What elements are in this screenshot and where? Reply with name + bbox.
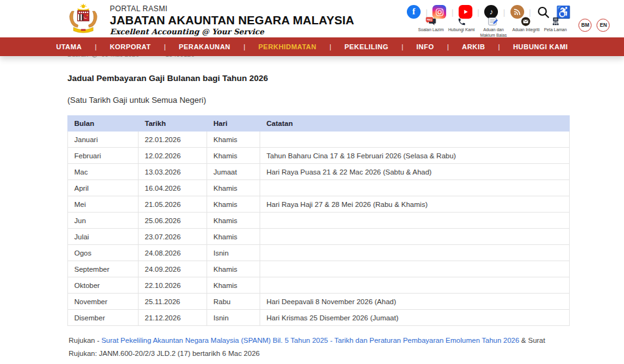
quick-links-row: FAQSoalan LazimHubungi KamiAduan dan Mak… xyxy=(418,17,610,39)
table-row: April16.04.2026Khamis xyxy=(68,180,570,196)
table-cell: 21.12.2026 xyxy=(139,310,207,326)
quick-link-peta-laman[interactable]: Peta Laman xyxy=(544,17,567,33)
table-cell: November xyxy=(68,294,139,310)
sitemap-icon xyxy=(551,17,560,26)
table-cell: 25.06.2026 xyxy=(139,213,207,229)
table-cell: Hari Deepavali 8 November 2026 (Ahad) xyxy=(260,294,570,310)
separator: | xyxy=(477,7,479,17)
table-cell: 13.03.2026 xyxy=(139,164,207,180)
main-content: Jadual Pembayaran Gaji Bulanan bagi Tahu… xyxy=(0,74,624,361)
table-cell: Isnin xyxy=(207,310,260,326)
nav-item-info[interactable]: INFO xyxy=(403,43,447,50)
table-header-hari: Hari xyxy=(207,116,260,132)
nav-item-arkib[interactable]: ARKIB xyxy=(449,43,498,50)
table-cell: Khamis xyxy=(207,148,260,164)
table-cell: Hari Raya Haji 27 & 28 Mei 2026 (Rabu & … xyxy=(260,196,570,213)
spanm-circular-link[interactable]: Surat Pekeliling Akauntan Negara Malaysi… xyxy=(101,337,519,344)
nav-item-perakaunan[interactable]: PERAKAUNAN xyxy=(165,43,243,50)
table-cell: Khamis xyxy=(207,132,260,148)
table-cell: Hari Krismas 25 Disember 2026 (Jumaat) xyxy=(260,310,570,326)
svg-text:FAQ: FAQ xyxy=(427,18,432,21)
site-tagline: Excellent Accounting @ Your Service xyxy=(110,27,354,36)
table-row: Februari12.02.2026KhamisTahun Baharu Cin… xyxy=(68,148,570,164)
table-cell xyxy=(260,132,570,148)
quick-link-label: Hubungi Kami xyxy=(448,27,475,33)
table-cell xyxy=(260,277,570,294)
portal-label: PORTAL RASMI xyxy=(110,4,354,13)
main-nav: UTAMA|KORPORAT|PERAKAUNAN|PERKHIDMATAN|P… xyxy=(0,37,624,56)
reference-note: Rujukan - Surat Pekeliling Akauntan Nega… xyxy=(67,334,570,361)
feedback-form-icon xyxy=(488,17,499,26)
table-cell: 23.07.2026 xyxy=(139,229,207,245)
table-row: Disember21.12.2026IsninHari Krismas 25 D… xyxy=(68,310,570,326)
separator: | xyxy=(529,7,531,17)
lang-en-button[interactable]: EN xyxy=(597,19,610,32)
table-cell: Khamis xyxy=(207,277,260,294)
table-cell: Hari Raya Puasa 21 & 22 Mac 2026 (Sabtu … xyxy=(260,164,570,180)
table-row: November25.11.2026RabuHari Deepavali 8 N… xyxy=(68,294,570,310)
table-cell: Ogos xyxy=(68,245,139,261)
table-header-tarikh: Tarikh xyxy=(139,116,207,132)
table-cell: Mei xyxy=(68,196,139,213)
quick-link-soalan-lazim[interactable]: FAQSoalan Lazim xyxy=(418,17,444,33)
integrity-mail-icon xyxy=(521,17,530,26)
table-cell xyxy=(260,213,570,229)
table-cell xyxy=(260,229,570,245)
nav-item-pekeliling[interactable]: PEKELILING xyxy=(331,43,402,50)
table-cell: Februari xyxy=(68,148,139,164)
table-cell: 21.05.2026 xyxy=(139,196,207,213)
table-row: Ogos24.08.2026Isnin xyxy=(68,245,570,261)
table-row: Jun25.06.2026Khamis xyxy=(68,213,570,229)
table-cell: 22.10.2026 xyxy=(139,277,207,294)
table-cell: Oktober xyxy=(68,277,139,294)
table-cell: 22.01.2026 xyxy=(139,132,207,148)
table-cell: Rabu xyxy=(207,294,260,310)
quick-link-hubungi-kami[interactable]: Hubungi Kami xyxy=(448,17,475,33)
table-cell: Khamis xyxy=(207,180,260,196)
jata-negara-logo xyxy=(66,4,101,34)
nav-item-hubungi-kami[interactable]: HUBUNGI KAMI xyxy=(500,43,581,50)
lang-bm-button[interactable]: BM xyxy=(578,19,592,32)
table-row: Mei21.05.2026KhamisHari Raya Haji 27 & 2… xyxy=(68,196,570,213)
quick-link-aduan-dan-maklum-balas[interactable]: Aduan dan Maklum Balas xyxy=(479,17,508,39)
table-cell xyxy=(260,245,570,261)
table-cell: Khamis xyxy=(207,196,260,213)
page-title: Jadual Pembayaran Gaji Bulanan bagi Tahu… xyxy=(67,74,570,83)
site-header: PORTAL RASMI JABATAN AKAUNTAN NEGARA MAL… xyxy=(0,0,624,37)
table-cell: Julai xyxy=(68,229,139,245)
table-cell: Disember xyxy=(68,310,139,326)
table-cell: Tahun Baharu Cina 17 & 18 Februari 2026 … xyxy=(260,148,570,164)
table-row: Julai23.07.2026Khamis xyxy=(68,229,570,245)
table-cell: September xyxy=(68,261,139,277)
language-switcher: BMEN xyxy=(578,19,610,32)
nav-item-korporat[interactable]: KORPORAT xyxy=(97,43,164,50)
table-cell: Jun xyxy=(68,213,139,229)
quick-link-aduan-integriti[interactable]: Aduan Integriti xyxy=(512,17,540,33)
page-subtitle: (Satu Tarikh Gaji untuk Semua Negeri) xyxy=(67,95,570,105)
table-cell: Khamis xyxy=(207,261,260,277)
quick-link-label: Aduan dan Maklum Balas xyxy=(479,27,508,39)
site-title: JABATAN AKAUNTAN NEGARA MALAYSIA xyxy=(110,14,354,27)
salary-schedule-table: BulanTarikhHariCatatan Januari22.01.2026… xyxy=(67,115,570,326)
table-cell: 24.08.2026 xyxy=(139,245,207,261)
table-header-bulan: Bulan xyxy=(68,116,139,132)
table-row: September24.09.2026Khamis xyxy=(68,261,570,277)
faq-icon: FAQ xyxy=(426,17,436,26)
nav-item-utama[interactable]: UTAMA xyxy=(43,43,95,50)
table-cell: 12.02.2026 xyxy=(139,148,207,164)
phone-icon xyxy=(457,17,466,26)
reference-prefix: Rujukan - xyxy=(69,337,101,344)
separator: | xyxy=(503,7,505,17)
table-row: Mac13.03.2026JumaatHari Raya Puasa 21 & … xyxy=(68,164,570,180)
quick-link-label: Peta Laman xyxy=(544,27,567,33)
table-header-catatan: Catatan xyxy=(260,116,570,132)
table-row: Oktober22.10.2026Khamis xyxy=(68,277,570,294)
table-cell: 16.04.2026 xyxy=(139,180,207,196)
nav-item-perkhidmatan[interactable]: PERKHIDMATAN xyxy=(245,43,329,50)
table-cell: Khamis xyxy=(207,229,260,245)
separator: | xyxy=(451,7,453,17)
table-cell: 24.09.2026 xyxy=(139,261,207,277)
table-cell: Khamis xyxy=(207,213,260,229)
table-header-row: BulanTarikhHariCatatan xyxy=(68,116,570,132)
separator: | xyxy=(426,7,427,17)
